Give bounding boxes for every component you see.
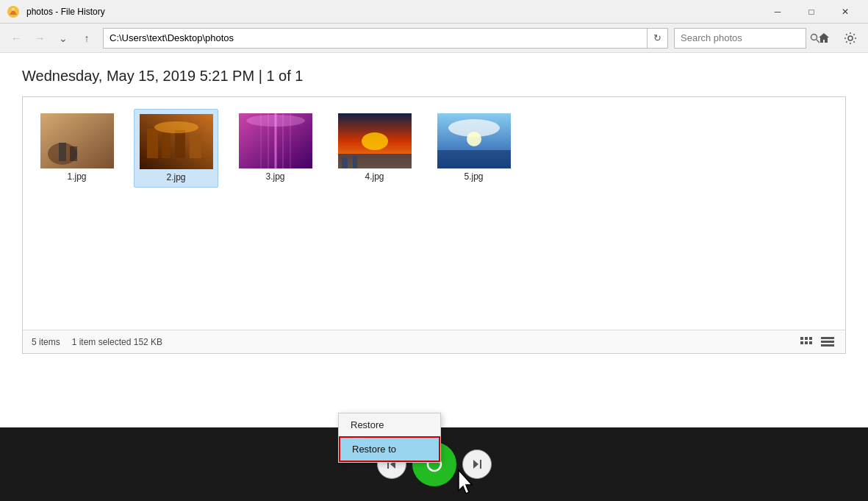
svg-rect-38: [821, 337, 834, 339]
address-bar-container: ↻: [103, 28, 668, 49]
forward-icon: →: [35, 32, 45, 44]
list-item[interactable]: 1.jpg: [35, 109, 119, 188]
svg-rect-8: [59, 143, 66, 161]
address-input[interactable]: [104, 29, 647, 48]
date-header: Wednesday, May 15, 2019 5:21 PM | 1 of 1: [22, 68, 846, 85]
maximize-button[interactable]: □: [795, 0, 828, 24]
dropdown-button[interactable]: ⌄: [53, 28, 73, 49]
svg-rect-9: [70, 146, 77, 161]
svg-rect-44: [480, 460, 481, 469]
file-thumbnail: [40, 113, 114, 168]
cursor-icon: [456, 469, 476, 495]
status-right: [798, 333, 836, 351]
svg-point-15: [154, 121, 198, 133]
list-item[interactable]: 5.jpg: [431, 109, 516, 188]
restore-option[interactable]: Restore: [339, 413, 440, 436]
grid-view-button[interactable]: [798, 333, 816, 351]
window-controls: ─ □ ✕: [761, 0, 862, 24]
svg-rect-12: [162, 132, 171, 158]
svg-rect-35: [800, 341, 803, 344]
status-bar: 5 items 1 item selected 152 KB: [23, 330, 845, 353]
file-thumbnail: [140, 114, 213, 169]
up-button[interactable]: ↑: [76, 28, 97, 49]
bottom-bar: Restore Restore to: [0, 427, 868, 501]
list-item[interactable]: 3.jpg: [233, 109, 318, 188]
dropdown-menu: Restore Restore to: [338, 413, 441, 463]
title-bar: photos - File History ─ □ ✕: [0, 0, 868, 24]
svg-rect-11: [147, 129, 158, 158]
file-name: 5.jpg: [464, 171, 483, 182]
search-input[interactable]: [675, 29, 810, 48]
svg-rect-13: [175, 130, 185, 158]
file-thumbnail: [239, 113, 312, 168]
up-icon: ↑: [85, 32, 90, 44]
settings-button[interactable]: [839, 26, 862, 50]
svg-point-4: [848, 36, 853, 40]
svg-rect-37: [809, 341, 812, 344]
refresh-button[interactable]: ↻: [647, 29, 667, 48]
file-area: 1.jpg: [22, 96, 846, 354]
home-button[interactable]: [812, 26, 836, 50]
nav-bar: ← → ⌄ ↑ ↻: [0, 24, 868, 53]
items-count: 5 items: [32, 337, 60, 347]
file-name: 1.jpg: [67, 171, 86, 182]
file-thumbnail: [338, 113, 412, 168]
minimize-button[interactable]: ─: [761, 0, 795, 24]
svg-rect-30: [437, 150, 511, 168]
grid-view-icon: [800, 337, 814, 347]
app-icon: [6, 4, 21, 19]
svg-marker-46: [459, 470, 472, 494]
svg-marker-45: [473, 460, 478, 469]
svg-rect-25: [338, 154, 412, 168]
gear-icon: [844, 32, 857, 45]
file-name: 2.jpg: [166, 172, 185, 182]
list-item[interactable]: 4.jpg: [332, 109, 417, 188]
app-window: photos - File History ─ □ ✕ ← → ⌄ ↑ ↻: [0, 0, 868, 501]
selected-info: 1 item selected 152 KB: [72, 337, 162, 347]
svg-rect-26: [342, 157, 348, 168]
home-icon: [817, 32, 831, 45]
restore-to-option[interactable]: Restore to: [339, 436, 440, 462]
list-item[interactable]: 2.jpg: [134, 109, 218, 188]
main-content: Wednesday, May 15, 2019 5:21 PM | 1 of 1: [0, 53, 868, 427]
svg-rect-32: [800, 337, 803, 340]
file-thumbnail: [437, 113, 511, 168]
search-container: [674, 28, 806, 49]
svg-point-24: [362, 132, 388, 150]
files-grid: 1.jpg: [35, 109, 833, 188]
list-view-icon: [821, 337, 834, 347]
status-left: 5 items 1 item selected 152 KB: [32, 337, 162, 347]
file-name: 3.jpg: [265, 171, 284, 182]
svg-rect-33: [805, 337, 808, 340]
svg-point-22: [246, 115, 305, 127]
forward-button[interactable]: →: [29, 28, 50, 49]
svg-rect-14: [190, 135, 201, 158]
svg-rect-36: [805, 341, 808, 344]
dropdown-icon: ⌄: [59, 32, 68, 44]
cursor-arrow: [456, 469, 478, 495]
svg-point-31: [467, 132, 481, 146]
svg-rect-27: [353, 156, 357, 168]
svg-rect-39: [821, 341, 834, 343]
back-icon: ←: [11, 32, 21, 44]
svg-point-1: [12, 8, 15, 11]
file-name: 4.jpg: [365, 171, 384, 182]
refresh-icon: ↻: [653, 32, 661, 43]
svg-rect-34: [809, 337, 812, 340]
close-button[interactable]: ✕: [828, 0, 862, 24]
svg-rect-40: [821, 344, 834, 347]
window-title: photos - File History: [26, 7, 761, 17]
back-button[interactable]: ←: [6, 28, 26, 49]
list-view-button[interactable]: [819, 333, 836, 351]
